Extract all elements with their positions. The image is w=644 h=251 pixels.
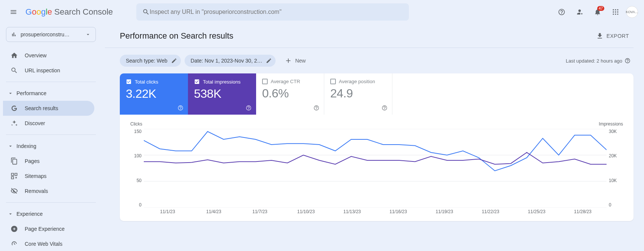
add-filter-button[interactable]: New: [279, 55, 311, 67]
sidebar-item-pages[interactable]: Pages: [3, 154, 94, 169]
metric-value: 3.22K: [126, 87, 182, 101]
sidebar-item-overview[interactable]: Overview: [3, 48, 94, 63]
last-updated: Last updated: 2 hours ago: [566, 58, 634, 64]
url-inspect-search[interactable]: [136, 3, 409, 21]
help-icon[interactable]: [177, 105, 183, 111]
sparkle-icon: [10, 120, 18, 127]
checkbox-checked-icon: [194, 79, 200, 85]
sidebar: prosuperiorconstru… Overview URL inspect…: [0, 24, 105, 251]
metric-value: 0.6%: [262, 87, 318, 100]
notifications-button[interactable]: 47: [590, 4, 605, 19]
property-selector[interactable]: prosuperiorconstru…: [6, 27, 96, 42]
help-icon[interactable]: [382, 105, 388, 111]
tick: 11/13/23: [329, 209, 375, 214]
sidebar-item-search-results[interactable]: Search results: [3, 101, 94, 116]
export-label: EXPORT: [607, 33, 629, 39]
tick: 150: [130, 129, 142, 134]
chip-label: Date: Nov 1, 2023-Nov 30, 2…: [191, 58, 262, 64]
property-name: prosuperiorconstru…: [21, 31, 81, 37]
metric-value: 24.9: [330, 87, 386, 100]
help-icon[interactable]: [246, 105, 252, 111]
metric-average-position[interactable]: Average position 24.9: [324, 73, 392, 115]
user-settings-icon: [576, 8, 583, 16]
metric-label: Total clicks: [135, 79, 158, 85]
sidebar-item-url-inspection[interactable]: URL inspection: [3, 63, 94, 78]
svg-point-6: [613, 13, 614, 15]
y-axis-left: 150 100 50 0: [130, 129, 144, 216]
svg-point-1: [615, 9, 616, 10]
main-menu-button[interactable]: [6, 4, 21, 19]
pages-icon: [10, 157, 18, 165]
tick: 11/19/23: [421, 209, 467, 214]
sidebar-item-label: URL inspection: [25, 67, 60, 73]
apps-grid-icon: [612, 8, 619, 16]
help-icon[interactable]: [625, 58, 631, 64]
sidebar-item-sitemaps[interactable]: Sitemaps: [3, 169, 94, 184]
tick: 11/25/23: [514, 209, 560, 214]
url-inspect-input[interactable]: [150, 9, 403, 15]
sidebar-item-page-experience[interactable]: Page Experience: [3, 221, 94, 236]
filter-chip-search-type[interactable]: Search type: Web: [120, 55, 181, 67]
tick: 0: [609, 202, 623, 208]
help-button[interactable]: [554, 4, 569, 19]
app-header: Google Search Console 47 KOVA…: [0, 0, 644, 24]
new-label: New: [295, 58, 306, 64]
metric-label: Total impressions: [203, 79, 240, 85]
sidebar-item-core-web-vitals[interactable]: Core Web Vitals: [3, 236, 94, 251]
download-icon: [596, 32, 604, 40]
sidebar-section-label: Performance: [16, 90, 46, 96]
filter-chip-date[interactable]: Date: Nov 1, 2023-Nov 30, 2…: [185, 55, 276, 67]
tick: 0: [130, 202, 142, 208]
metric-total-clicks[interactable]: Total clicks 3.22K: [120, 73, 188, 115]
sidebar-item-label: Sitemaps: [25, 173, 46, 179]
tick: 11/10/23: [283, 209, 329, 214]
search-icon: [10, 67, 18, 74]
sidebar-item-label: Page Experience: [25, 226, 65, 232]
visibility-off-icon: [10, 187, 18, 195]
filter-bar: Search type: Web Date: Nov 1, 2023-Nov 3…: [105, 48, 634, 73]
metric-total-impressions[interactable]: Total impressions 538K: [188, 73, 256, 115]
chip-label: Search type: Web: [126, 58, 167, 64]
tick: 50: [130, 178, 142, 183]
chart-plot[interactable]: 11/1/2311/4/2311/7/2311/10/2311/13/2311/…: [144, 129, 607, 216]
tick: 20K: [609, 153, 623, 158]
tick: 30K: [609, 129, 623, 134]
users-button[interactable]: [572, 4, 587, 19]
product-logo[interactable]: Google Search Console: [25, 7, 113, 17]
page-title: Performance on Search results: [120, 31, 233, 41]
svg-point-8: [617, 13, 618, 15]
export-button[interactable]: EXPORT: [592, 29, 634, 43]
apps-button[interactable]: [608, 4, 623, 19]
nav-divider: [6, 202, 96, 203]
plus-icon: [285, 57, 292, 64]
tick: 10K: [609, 178, 623, 183]
circle-plus-icon: [10, 225, 18, 233]
sidebar-section-experience[interactable]: Experience: [3, 206, 99, 221]
help-icon[interactable]: [313, 105, 319, 111]
last-updated-text: Last updated: 2 hours ago: [566, 58, 622, 64]
checkbox-checked-icon: [126, 79, 132, 85]
google-g-icon: [10, 105, 18, 112]
svg-point-4: [615, 11, 616, 12]
chart-area: Clicks Impressions 150 100 50 0 11/1/231…: [120, 115, 634, 221]
main-content: Performance on Search results EXPORT Sea…: [105, 24, 644, 251]
chevron-down-icon: [7, 90, 13, 96]
sidebar-section-indexing[interactable]: Indexing: [3, 139, 99, 154]
bar-chart-icon: [11, 31, 17, 37]
chevron-down-icon: [7, 211, 13, 217]
checkbox-unchecked-icon: [262, 79, 268, 84]
metric-average-ctr[interactable]: Average CTR 0.6%: [256, 73, 324, 115]
nav-divider: [6, 134, 96, 135]
checkbox-unchecked-icon: [330, 79, 336, 84]
page-header: Performance on Search results EXPORT: [105, 24, 634, 48]
sidebar-item-label: Pages: [25, 158, 40, 164]
svg-point-3: [613, 11, 614, 12]
performance-card: Total clicks 3.22K Total impressions 538…: [120, 73, 634, 221]
account-avatar[interactable]: KOVA…: [626, 6, 638, 18]
svg-point-5: [617, 11, 618, 12]
sidebar-item-removals[interactable]: Removals: [3, 184, 94, 199]
sidebar-item-discover[interactable]: Discover: [3, 116, 94, 131]
dropdown-arrow-icon: [85, 31, 91, 37]
sidebar-section-performance[interactable]: Performance: [3, 86, 99, 101]
left-axis-label: Clicks: [130, 121, 142, 127]
